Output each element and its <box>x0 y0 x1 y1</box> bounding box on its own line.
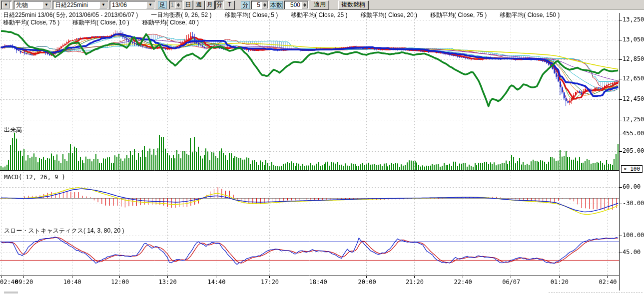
multi-symbol-button[interactable]: 複数銘柄 <box>338 0 368 9</box>
x-axis-label: 20:00 <box>358 279 376 286</box>
chevron-down-icon[interactable]: ▼ <box>2 1 10 8</box>
indicator-label: 移動平均( Close, 25 ) <box>291 11 347 18</box>
x-axis-label: 13:20 <box>159 279 177 286</box>
x-axis-label: 18:40 <box>309 279 327 286</box>
y-axis-label: 12,650 <box>623 75 644 82</box>
instrument-type-select[interactable]: 先物 ▼ <box>13 0 51 9</box>
indicator-label: 移動平均( Close, 75 ) <box>3 19 59 26</box>
x-axis-label: 01:20 <box>551 279 569 286</box>
mini-combo[interactable]: ▼ <box>1 0 12 9</box>
indicator-label: 移動平均( Close, 20 ) <box>361 11 417 18</box>
period-minute-button[interactable]: 分 <box>215 0 224 9</box>
period-week-button[interactable]: 週 <box>194 0 204 9</box>
x-axis-label: 10:40 <box>63 279 81 286</box>
bar-type-label: 足 <box>158 1 167 9</box>
x-axis-label: 14:40 <box>207 279 225 286</box>
apply-button[interactable]: 適用 <box>311 0 329 9</box>
y-axis-label: 100.00 <box>623 232 644 239</box>
y-axis-label: 12,250 <box>623 116 644 123</box>
y-axis-label: 45.00 <box>623 249 641 256</box>
spinner-arrows-icon[interactable] <box>262 1 268 8</box>
y-axis-label: -30.00 <box>623 200 644 207</box>
indicator-label: 移動平均( Close, 10 ) <box>72 19 129 26</box>
indicator-label: 移動平均( Close, 150 ) <box>500 11 560 18</box>
indicator-header-line2: 移動平均( Close, 75 )移動平均( Close, 10 )移動平均( … <box>3 18 212 27</box>
y-axis-label: 12,850 <box>623 55 644 62</box>
spinner-arrows-icon[interactable] <box>302 1 308 8</box>
scrollbar-thumb[interactable] <box>4 292 18 294</box>
count-label: 本数 <box>270 1 283 9</box>
bar-count-value: 1 <box>169 1 175 8</box>
spinner-arrows-icon[interactable] <box>175 1 181 8</box>
indicator-label: 移動平均( Close, 75 ) <box>430 11 487 18</box>
chevron-down-icon[interactable]: ▼ <box>42 1 50 8</box>
minutes-label: 分 <box>241 1 250 9</box>
instrument-type-value: 先物 <box>14 1 42 9</box>
contract-month-value: 13/06 <box>110 1 146 8</box>
stoch-panel-label: スロー・ストキャスティクス( 14, 3, 80, 20 ) <box>4 227 124 235</box>
instrument-value: 日経225mini <box>53 1 99 9</box>
indicator-label: 移動平均( Close, 40 ) <box>142 19 199 26</box>
bar-count-stepper[interactable]: 1 <box>169 0 182 9</box>
y-axis-label: 455.00 <box>623 130 644 137</box>
x-axis-label: 21:20 <box>406 279 424 286</box>
y-axis-label: 205.00 <box>623 147 644 154</box>
toolbar: ▼ 先物 ▼ 日経225mini ▼ 13/06 ▼ 足 1 日 週 月 分 T… <box>0 0 644 10</box>
indicator-label: 日経225mini 13/06( 5分, 2013/06/05 - 2013/0… <box>3 11 138 18</box>
chevron-down-icon[interactable]: ▼ <box>99 1 107 8</box>
y-axis-label: 60.00 <box>623 183 641 190</box>
x-axis-label: 12:00 <box>111 279 129 286</box>
period-day-button[interactable]: 日 <box>183 0 193 9</box>
x-axis-label: 02:40 <box>599 279 617 286</box>
macd-panel-label: MACD( 12, 26, 9 ) <box>4 174 65 181</box>
minutes-value: 5 <box>251 1 261 8</box>
chart-area: 日経225mini 13/06( 5分, 2013/06/05 - 2013/0… <box>0 10 644 294</box>
period-month-button[interactable]: 月 <box>205 0 214 9</box>
instrument-select[interactable]: 日経225mini ▼ <box>52 0 108 9</box>
y-axis-label: 13,250 <box>623 16 644 23</box>
y-axis-label: 12,450 <box>623 95 644 102</box>
x-axis-label: 22:40 <box>454 279 472 286</box>
volume-panel-label: 出来高 <box>4 126 22 134</box>
x-axis-label: 09:20 <box>15 279 33 286</box>
x-axis-label: 17:20 <box>261 279 279 286</box>
chevron-down-icon[interactable]: ▼ <box>146 1 154 8</box>
count-value: 500 <box>284 1 301 8</box>
contract-month-select[interactable]: 13/06 ▼ <box>109 0 155 9</box>
y-axis-label: 13,050 <box>623 36 644 43</box>
period-tick-button[interactable]: T <box>225 0 234 9</box>
x-axis-label: 06/07 <box>502 279 520 286</box>
count-stepper[interactable]: 500 <box>284 0 309 9</box>
minutes-stepper[interactable]: 5 <box>251 0 269 9</box>
indicator-label: 一目均衡表( 9, 26, 52 ) <box>151 11 211 18</box>
chart-canvas[interactable] <box>0 10 644 294</box>
indicator-label: 移動平均( Close, 5 ) <box>225 11 278 18</box>
volume-unit-badge: × 100 <box>621 165 643 173</box>
